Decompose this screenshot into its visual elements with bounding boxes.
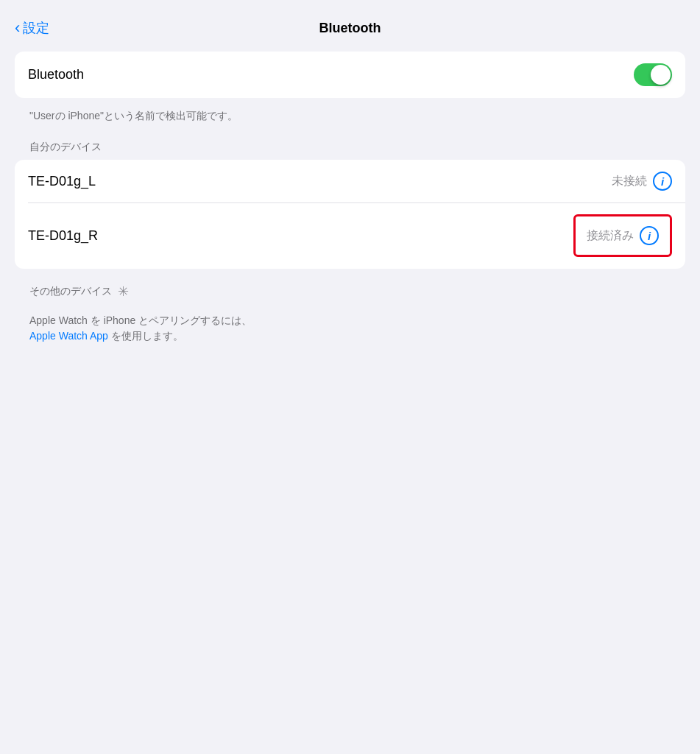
bluetooth-toggle-row: Bluetooth: [15, 52, 685, 98]
highlighted-status-area: 接続済み i: [573, 214, 672, 257]
bluetooth-toggle[interactable]: [634, 63, 672, 86]
bluetooth-toggle-label: Bluetooth: [28, 67, 84, 82]
device-name: TE-D01g_R: [28, 228, 98, 244]
device-row-te-d01g-l[interactable]: TE-D01g_L 未接続 i: [15, 160, 685, 202]
apple-watch-app-link[interactable]: Apple Watch App: [29, 330, 108, 342]
other-devices-label-text: その他のデバイス: [29, 285, 112, 298]
bluetooth-description: "Userの iPhone"という名前で検出可能です。: [15, 105, 685, 133]
navigation-header: ‹ 設定 Bluetooth: [0, 0, 700, 52]
my-devices-section-label: 自分のデバイス: [15, 141, 685, 160]
info-icon: i: [661, 175, 664, 188]
info-icon: i: [648, 230, 651, 242]
other-devices-section-label: その他のデバイス ✳︎: [15, 283, 685, 306]
device-row-te-d01g-r[interactable]: TE-D01g_R 接続済み i: [15, 202, 685, 269]
apple-watch-note-text: Apple Watch を iPhone とペアリングするには、: [29, 314, 252, 326]
chevron-left-icon: ‹: [15, 20, 20, 36]
back-button[interactable]: ‹ 設定: [15, 19, 49, 37]
device-name: TE-D01g_L: [28, 174, 96, 189]
toggle-knob: [651, 65, 671, 85]
my-devices-list: TE-D01g_L 未接続 i TE-D01g_R 接続済み i: [15, 160, 685, 269]
device-status-area: 未接続 i: [612, 172, 672, 191]
device-status-text: 接続済み: [587, 228, 634, 244]
device-info-button[interactable]: i: [640, 226, 659, 245]
apple-watch-note: Apple Watch を iPhone とペアリングするには、 Apple W…: [15, 306, 685, 344]
back-label: 設定: [23, 19, 49, 37]
device-info-button[interactable]: i: [653, 172, 672, 191]
device-status-text: 未接続: [612, 174, 647, 189]
page-title: Bluetooth: [319, 21, 381, 36]
spinner-icon: ✳︎: [118, 283, 129, 300]
bluetooth-toggle-section: Bluetooth: [15, 52, 685, 98]
content-area: Bluetooth "Userの iPhone"という名前で検出可能です。 自分…: [0, 52, 700, 344]
apple-watch-note-text-after: を使用します。: [108, 330, 183, 342]
